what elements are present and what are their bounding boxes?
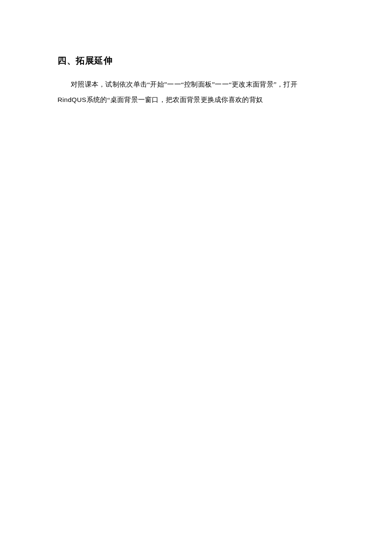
section-heading: 四、拓展延伸 (58, 55, 334, 67)
body-paragraph-line1: 对照课本，试制依次单击“开始”一一“控制面板”一一“更改末面背景”，打开 (58, 77, 334, 92)
body-paragraph-line2: RindQUS系统的“桌面背景一窗口，把农面背景更换成你喜欢的背奴 (58, 92, 334, 108)
document-page: 四、拓展延伸 对照课本，试制依次单击“开始”一一“控制面板”一一“更改末面背景”… (0, 0, 392, 107)
latin-text: RindQUS (58, 96, 86, 103)
body-text-rest: 系统的“桌面背景一窗口，把农面背景更换成你喜欢的背奴 (86, 96, 263, 103)
